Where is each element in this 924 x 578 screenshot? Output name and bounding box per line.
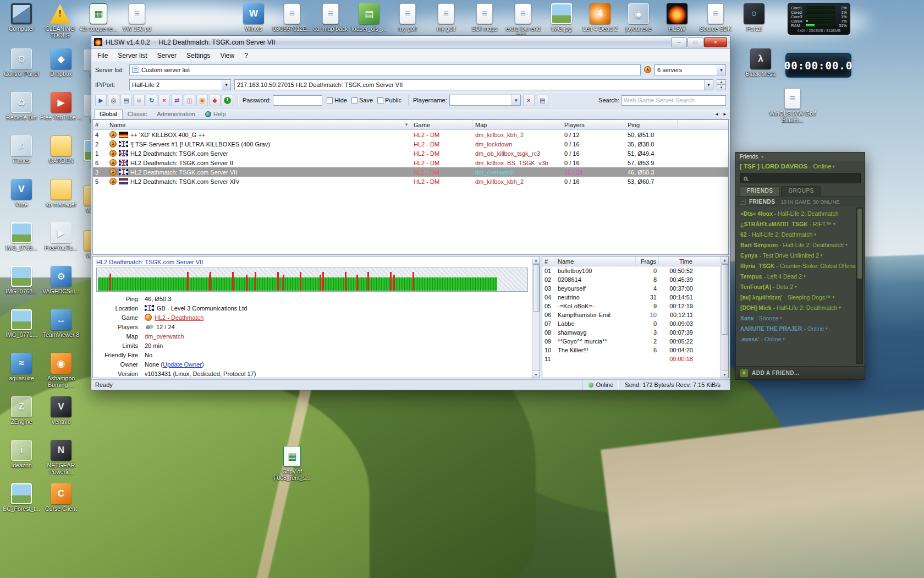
tab[interactable]: Classic: [123, 110, 152, 119]
friend-row[interactable]: 62 - Half-Life 2: Deathmatch ▾: [740, 229, 856, 239]
scrollbar-thumb[interactable]: [533, 264, 540, 312]
desktop-icon[interactable]: ♻ Recycle Bin: [2, 91, 41, 134]
desktop-icon[interactable]: ▦ 4th torque re...: [79, 2, 118, 39]
chevron-down-icon[interactable]: ▾: [783, 337, 785, 341]
checkbox[interactable]: Save: [351, 97, 373, 103]
friend-row[interactable]: .exess' - Online ▾: [740, 334, 856, 344]
tab[interactable]: Help: [200, 110, 231, 119]
password-input[interactable]: [273, 95, 322, 106]
desktop-icon[interactable]: IMG_0769...: [2, 221, 41, 265]
friend-row[interactable]: TenFour[A] - Dota 2 ▾: [740, 281, 856, 292]
scroll-down-icon[interactable]: ▼: [532, 370, 540, 378]
checkbox-box[interactable]: [351, 97, 358, 103]
checkbox-box[interactable]: [377, 97, 383, 103]
desktop-icon[interactable]: ◉ joycur.exe: [619, 2, 658, 39]
desktop-icon[interactable]: ▦ Copy of F008_rent_s...: [273, 445, 311, 482]
friend-row[interactable]: »Ðts« ¢łoαx - Half-Life 2: Deathmatch: [740, 208, 856, 219]
chevron-down-icon[interactable]: ▾: [845, 243, 848, 247]
chevron-down-icon[interactable]: [717, 65, 725, 75]
player-row[interactable]: 07 Labbe 0 00:09:03: [542, 319, 720, 328]
desktop-icon[interactable]: ≡ car map back: [311, 2, 350, 39]
menu-item[interactable]: File: [92, 50, 113, 61]
desktop-icon[interactable]: ≡ Source SDK: [696, 2, 735, 39]
desktop-icon[interactable]: 4 Left 4 Dead 2: [581, 2, 619, 39]
menu-item[interactable]: Settings: [182, 50, 215, 61]
desktop-icon[interactable]: ≡ WinOLS (VW Golf Bluem...: [773, 87, 812, 124]
friend-row[interactable]: Cynyx - Test Drive Unlimited 2 ▾: [740, 250, 856, 260]
alerts-icon[interactable]: ◆: [209, 95, 221, 106]
address-spinner[interactable]: ▲▼: [717, 79, 726, 90]
minimize-button[interactable]: ─: [671, 37, 687, 47]
chevron-down-icon[interactable]: ▾: [839, 306, 841, 310]
friend-row[interactable]: Хапк - Snooze ▾: [740, 313, 856, 323]
game-filter-combo[interactable]: Half-Life 2: [129, 79, 231, 90]
details-scrollbar[interactable]: ▲ ▼: [532, 257, 540, 378]
player-row[interactable]: 02 0208614 8 00:45:39: [542, 275, 720, 284]
player-row[interactable]: 10 The Killer!!! 6 00:04:20: [542, 346, 720, 355]
desktop-icon[interactable]: C Curse Client: [42, 482, 80, 526]
chevron-down-icon[interactable]: ▾: [833, 164, 835, 169]
desktop-icon[interactable]: Computer: [2, 2, 41, 39]
clock-gadget[interactable]: 00:00:00.0: [785, 53, 851, 78]
desktop-icon[interactable]: V Vuze: [2, 178, 41, 221]
server-row[interactable]: 1 HL2 Deathmatch: TSGK.com Server HL2 - …: [93, 149, 728, 158]
chevron-down-icon[interactable]: ▾: [833, 222, 835, 226]
checkbox[interactable]: Public: [377, 97, 402, 103]
clear-playername-button[interactable]: ×: [523, 95, 535, 106]
player-row[interactable]: 03 beyourself 4 00:37:00: [542, 284, 720, 293]
desktop-icon[interactable]: ≡ my golf: [388, 2, 427, 39]
server-query-icon[interactable]: ◎: [108, 95, 119, 106]
desktop-icon[interactable]: ○ Portal: [735, 2, 773, 39]
chevron-down-icon[interactable]: ▾: [804, 274, 806, 279]
scrollbar-thumb[interactable]: [722, 264, 728, 335]
player-row[interactable]: 01 bulletboy100 0 00:50:52: [542, 266, 720, 275]
desktop-icon[interactable]: IMG_0768...: [2, 265, 41, 308]
desktop-icon[interactable]: ≡ SOI maps: [465, 2, 504, 39]
desktop-icon[interactable]: V Ventrilo: [42, 395, 80, 439]
desktop-icon[interactable]: Z ZEngine: [2, 395, 41, 439]
scroll-down-icon[interactable]: ▼: [721, 370, 728, 378]
desktop-icon[interactable]: BC_Forest_t...: [2, 482, 41, 526]
desktop-icon[interactable]: ≡ VW 150 pd: [118, 2, 156, 39]
player-row[interactable]: 04 neutrino 31 00:14:51: [542, 293, 720, 302]
chevron-down-icon[interactable]: ▾: [821, 253, 823, 258]
menu-item[interactable]: View: [215, 50, 239, 61]
desktop-icon[interactable]: ⚙ Control Panel: [2, 47, 41, 91]
friend-row[interactable]: ¿STRÅҤŁ≡MΛΠΠ_TSGK - RIFT™ ▾: [740, 219, 856, 229]
steam-tab[interactable]: GROUPS: [781, 186, 821, 196]
maximize-button[interactable]: □: [688, 37, 703, 47]
server-row[interactable]: 3 HL2 Deathmatch: TSGK.com Server VII HL…: [93, 167, 728, 177]
add-friend-button[interactable]: + ADD A FRIEND...: [736, 366, 865, 379]
chevron-down-icon[interactable]: [704, 80, 713, 90]
desktop-icon[interactable]: i Ideazon: [2, 439, 41, 482]
checkbox-box[interactable]: [327, 97, 333, 103]
desktop-icon[interactable]: ▤ loader_ols_...: [350, 2, 388, 39]
desktop-icon[interactable]: W Winols: [234, 2, 273, 39]
chevron-down-icon[interactable]: [222, 80, 230, 90]
desktop-icon[interactable]: N NETGEAR Powerli...: [42, 439, 80, 482]
address-combo[interactable]: 217.163.10.50:27015 HL2 Deathmatch: TSGK…: [234, 79, 713, 90]
connect-icon[interactable]: ▶: [95, 95, 107, 106]
server-row[interactable]: 4 ++ 'XD' KILLBOX 400_G ++ HL2 - DM dm_k…: [93, 130, 728, 139]
chevron-down-icon[interactable]: ▾: [833, 295, 835, 299]
buddy-search-icon[interactable]: ☺: [133, 95, 145, 106]
player-row[interactable]: 05 -=KoLoBoK=- 9 00:12:19: [542, 302, 720, 310]
scroll-up-icon[interactable]: ▲: [532, 257, 540, 264]
desktop-icon[interactable]: ≈ aquasuite: [2, 352, 41, 395]
player-table-header[interactable]: # Name Frags Time: [542, 257, 720, 266]
collapse-icon[interactable]: −: [740, 199, 746, 205]
menu-item[interactable]: Server list: [113, 50, 152, 61]
refresh-icon[interactable]: ↻: [146, 95, 157, 106]
info-icon[interactable]: i: [222, 95, 233, 106]
playername-combo[interactable]: [449, 95, 521, 106]
desktop-icon[interactable]: IMG.jpg: [542, 2, 581, 39]
player-row[interactable]: 11 00:00:18: [542, 355, 720, 363]
friend-row[interactable]: Bart Simpson - Half-Life 2: Deathmatch ▾: [740, 239, 856, 250]
desktop-icon[interactable]: ≡ my golf: [427, 2, 465, 39]
chevron-down-icon[interactable]: [512, 95, 520, 105]
chevron-down-icon[interactable]: ▾: [826, 326, 828, 331]
tab[interactable]: Global: [94, 109, 123, 119]
friend-row[interactable]: Illyria_TSGK - Counter-Strike: Global Of…: [740, 260, 856, 271]
server-table-header[interactable]: # Name▼ Game Map Players Ping: [93, 120, 728, 130]
server-count-combo[interactable]: 6 servers: [654, 64, 726, 75]
